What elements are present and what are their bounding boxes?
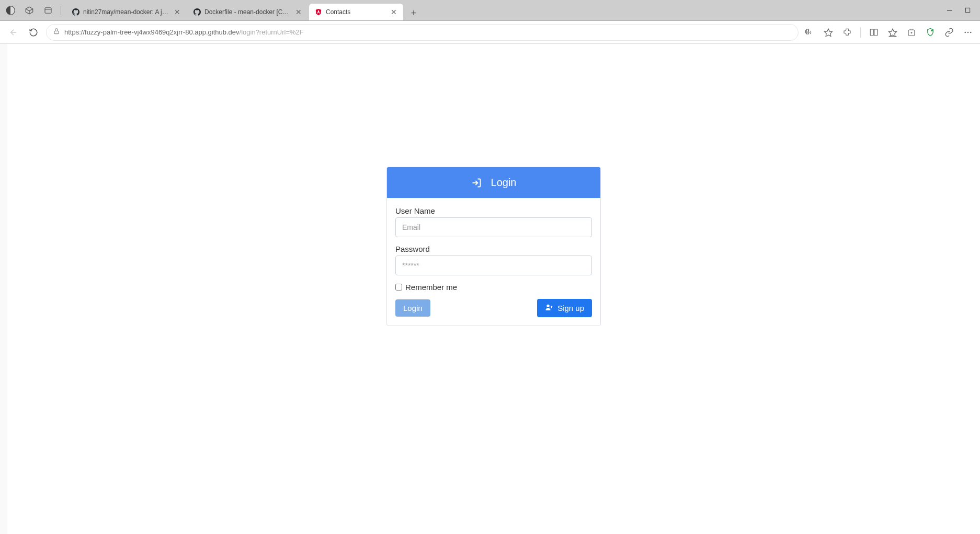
window-controls <box>945 6 977 15</box>
svg-point-17 <box>967 31 969 33</box>
address-bar[interactable]: https://fuzzy-palm-tree-vj4wx9469q2xjrr-… <box>46 24 799 41</box>
svg-text:A: A <box>807 29 810 33</box>
header-title: Login <box>491 177 517 189</box>
password-group: Password <box>395 245 592 275</box>
tab-dockerfile[interactable]: Dockerfile - mean-docker [Code… ✕ <box>188 4 308 20</box>
tab-actions-icon[interactable] <box>41 3 55 18</box>
username-group: User Name <box>395 206 592 237</box>
browser-essentials-icon[interactable] <box>925 27 936 38</box>
github-icon <box>193 8 201 16</box>
svg-rect-4 <box>965 8 970 12</box>
svg-marker-7 <box>825 29 833 36</box>
svg-point-16 <box>964 31 966 33</box>
tab-contacts-active[interactable]: Contacts ✕ <box>309 4 403 20</box>
workspaces-icon[interactable] <box>22 3 37 18</box>
close-icon[interactable]: ✕ <box>173 8 181 16</box>
split-screen-icon[interactable] <box>868 27 880 38</box>
signup-button[interactable]: Sign up <box>537 299 592 317</box>
remember-label[interactable]: Remember me <box>405 283 457 292</box>
app-icon <box>314 8 323 16</box>
github-icon <box>72 8 80 16</box>
divider <box>860 27 861 38</box>
password-label: Password <box>395 245 592 253</box>
refresh-button[interactable] <box>26 25 41 40</box>
new-tab-button[interactable]: + <box>406 6 421 20</box>
button-row: Login Sign up <box>395 299 592 317</box>
card-header: Login <box>387 167 600 198</box>
tab-github-repo[interactable]: nitin27may/mean-docker: A jum… ✕ <box>66 4 187 20</box>
tab-title: Dockerfile - mean-docker [Code… <box>204 8 291 16</box>
svg-rect-1 <box>45 7 51 13</box>
collections-icon[interactable] <box>906 27 917 38</box>
login-icon <box>471 178 482 188</box>
tab-title: nitin27may/mean-docker: A jum… <box>83 8 170 16</box>
username-input[interactable] <box>395 217 592 237</box>
link-icon[interactable] <box>943 27 955 38</box>
minimize-button[interactable] <box>945 6 954 15</box>
svg-marker-10 <box>889 29 897 36</box>
remember-checkbox[interactable] <box>395 284 402 291</box>
tabs-container: nitin27may/mean-docker: A jum… ✕ Dockerf… <box>66 0 941 20</box>
login-card: Login User Name Password Remember me Log… <box>386 167 601 326</box>
site-info-icon[interactable] <box>53 28 60 37</box>
close-icon[interactable]: ✕ <box>294 8 303 16</box>
favorites-icon[interactable] <box>887 27 898 38</box>
read-aloud-icon[interactable]: A <box>804 27 815 38</box>
more-icon[interactable] <box>962 27 974 38</box>
toolbar-right: A <box>804 27 974 38</box>
svg-point-18 <box>970 31 972 33</box>
profile-icon[interactable] <box>3 3 18 18</box>
page-content: Login User Name Password Remember me Log… <box>7 44 980 534</box>
svg-point-15 <box>931 29 933 31</box>
back-button[interactable] <box>6 25 21 40</box>
password-input[interactable] <box>395 256 592 275</box>
remember-me-row: Remember me <box>395 283 592 292</box>
browser-tab-strip: nitin27may/mean-docker: A jum… ✕ Dockerf… <box>0 0 980 21</box>
svg-rect-9 <box>874 29 878 36</box>
tab-title: Contacts <box>326 8 386 16</box>
svg-rect-5 <box>54 31 59 33</box>
divider <box>61 6 61 15</box>
svg-rect-8 <box>870 29 873 36</box>
user-plus-icon <box>545 303 553 313</box>
username-label: User Name <box>395 206 592 215</box>
card-body: User Name Password Remember me Login <box>387 198 600 326</box>
favorite-star-icon[interactable] <box>823 27 834 38</box>
address-bar-row: https://fuzzy-palm-tree-vj4wx9469q2xjrr-… <box>0 21 980 44</box>
url-text: https://fuzzy-palm-tree-vj4wx9469q2xjrr-… <box>64 28 304 36</box>
extension-icon[interactable] <box>841 27 853 38</box>
close-icon[interactable]: ✕ <box>390 8 398 16</box>
login-button[interactable]: Login <box>395 299 430 317</box>
svg-point-20 <box>546 305 549 307</box>
maximize-button[interactable] <box>963 6 972 15</box>
